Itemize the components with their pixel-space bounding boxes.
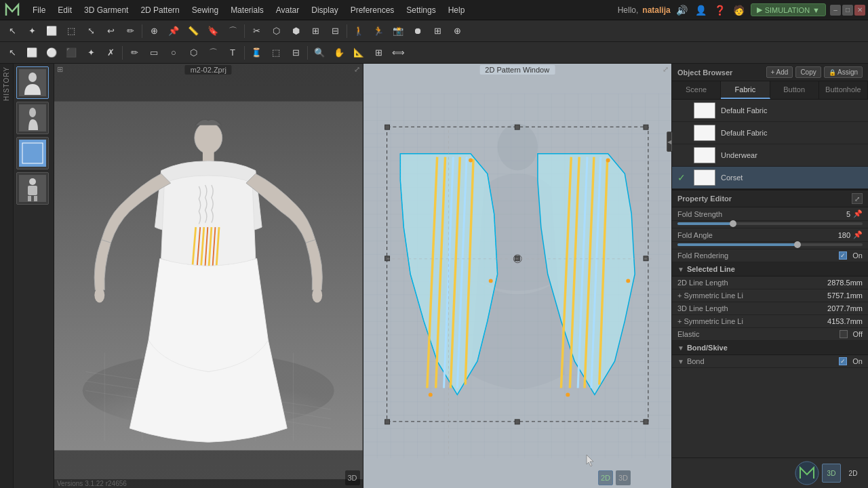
tb2-measure2[interactable]: 📐 [349, 43, 368, 62]
tb-select[interactable]: ↖ [3, 22, 22, 41]
tb-walk[interactable]: 🚶 [349, 22, 368, 41]
tb2-curve2[interactable]: ⌒ [203, 43, 222, 62]
fabric-item-1[interactable]: Default Fabric [672, 100, 868, 122]
fabric-item-4[interactable]: ✓ Corset [672, 167, 868, 189]
tb2-add-node[interactable]: ✦ [81, 43, 100, 62]
maximize-button[interactable]: □ [842, 5, 853, 16]
tb-pin[interactable]: 📌 [164, 22, 183, 41]
menu-materials[interactable]: Materials [225, 4, 269, 16]
tb-rect[interactable]: ⬜ [42, 22, 61, 41]
tb-run[interactable]: 🏃 [369, 22, 388, 41]
prop-editor-expand[interactable]: ⤢ [852, 193, 863, 204]
tb-stitch[interactable]: ⬢ [286, 22, 305, 41]
expand-2d-icon[interactable]: ⤢ [663, 65, 669, 74]
thumb-person[interactable] [16, 172, 49, 205]
menu-edit[interactable]: Edit [52, 4, 77, 16]
menu-preferences[interactable]: Preferences [345, 4, 400, 16]
bottom-2d-btn[interactable]: 2D [844, 464, 863, 483]
account-icon[interactable]: 🧑 [732, 3, 747, 18]
tb2-grid2[interactable]: ⊞ [369, 43, 388, 62]
tb2-lasso[interactable]: ⚪ [42, 43, 61, 62]
fold-angle-value[interactable]: 180 [810, 231, 850, 239]
tb2-rect2[interactable]: ▭ [144, 43, 163, 62]
line-3d-label: 3D Line Length [677, 304, 822, 312]
tb-record[interactable]: ⏺ [408, 22, 427, 41]
thumb-side[interactable] [16, 102, 49, 134]
fold-angle-slider[interactable] [677, 243, 863, 246]
minimize-button[interactable]: – [830, 5, 841, 16]
menu-file[interactable]: File [27, 4, 51, 16]
bottom-3d-btn[interactable]: 3D [822, 464, 841, 483]
tb2-circle[interactable]: ○ [164, 43, 183, 62]
tb2-box[interactable]: ⬜ [22, 43, 41, 62]
assign-button[interactable]: 🔒 Assign [824, 66, 863, 78]
menu-settings[interactable]: Settings [401, 4, 441, 16]
tb-curve[interactable]: ⌒ [223, 22, 242, 41]
bond-checkbox[interactable]: ✓ [839, 357, 847, 365]
tb-measure[interactable]: 📏 [184, 22, 203, 41]
tb-grid[interactable]: ⊞ [428, 22, 447, 41]
fold-angle-pin[interactable]: 📌 [853, 230, 863, 239]
tb2-seam[interactable]: ⊟ [286, 43, 305, 62]
3d-icon[interactable]: 3D [345, 470, 360, 485]
add-button[interactable]: + Add [766, 66, 793, 78]
tb-add[interactable]: ✦ [22, 22, 41, 41]
menu-3d-garment[interactable]: 3D Garment [79, 4, 134, 16]
menu-display[interactable]: Display [306, 4, 343, 16]
tb-weld[interactable]: ⊞ [306, 22, 325, 41]
fold-strength-value[interactable]: 5 [810, 210, 850, 218]
menu-help[interactable]: Help [443, 4, 471, 16]
fabric-item-3[interactable]: Underwear [672, 144, 868, 167]
tb2-poly[interactable]: ⬡ [184, 43, 203, 62]
tb-fold[interactable]: ⬡ [267, 22, 285, 41]
tb-bone[interactable]: ⊕ [144, 22, 163, 41]
tab-button[interactable]: Button [770, 81, 819, 99]
panel-expand-arrow[interactable]: ◀ [667, 131, 672, 152]
fold-angle-thumb[interactable] [794, 241, 801, 248]
user-icon[interactable]: 👤 [694, 3, 709, 18]
tb2-sew[interactable]: 🧵 [247, 43, 266, 62]
tb-move[interactable]: ⬚ [62, 22, 81, 41]
menu-avatar[interactable]: Avatar [271, 4, 304, 16]
menu-2d-pattern[interactable]: 2D Pattern [135, 4, 184, 16]
tb2-select[interactable]: ↖ [3, 43, 22, 62]
fold-strength-pin[interactable]: 📌 [853, 209, 863, 218]
thumb-front[interactable] [16, 66, 49, 99]
tb-axes[interactable]: ⊕ [448, 22, 467, 41]
fabric-item-2[interactable]: Default Fabric [672, 122, 868, 144]
fold-strength-thumb[interactable] [730, 220, 736, 227]
tab-fabric[interactable]: Fabric [721, 81, 770, 99]
tab-buttonhole[interactable]: Buttonhole [819, 81, 868, 99]
fold-rendering-checkbox[interactable]: ✓ [839, 251, 847, 260]
fold-strength-slider[interactable] [677, 222, 863, 225]
thumb-fabric[interactable] [16, 137, 49, 169]
tab-scene[interactable]: Scene [672, 81, 721, 99]
tb-annotation[interactable]: 🔖 [203, 22, 222, 41]
simulation-button[interactable]: ▶ SIMULATION ▼ [751, 3, 826, 16]
menu-sewing[interactable]: Sewing [186, 4, 224, 16]
tb-cut[interactable]: ✂ [247, 22, 266, 41]
tb2-text[interactable]: T [223, 43, 242, 62]
close-button[interactable]: ✕ [854, 5, 865, 16]
speaker-icon[interactable]: 🔊 [675, 3, 690, 18]
tb-rotate[interactable]: ↩ [101, 22, 120, 41]
tb2-del-node[interactable]: ✗ [101, 43, 120, 62]
tb2-draw[interactable]: ✏ [125, 43, 144, 62]
expand-3d-icon[interactable]: ⤢ [354, 65, 360, 74]
bond-skive-section[interactable]: ▼ Bond/Skive [672, 341, 868, 355]
elastic-checkbox[interactable] [840, 330, 848, 338]
tb-pen[interactable]: ✏ [121, 22, 140, 41]
tb-scale[interactable]: ⤡ [81, 22, 100, 41]
tb-snap[interactable]: 📸 [389, 22, 408, 41]
tb2-internal[interactable]: ⬚ [267, 43, 285, 62]
tb2-sym[interactable]: ⟺ [389, 43, 408, 62]
2d-icon[interactable]: 2D [598, 470, 613, 485]
tb-sim2[interactable]: ⊟ [326, 22, 344, 41]
3d-icon-2[interactable]: 3D [616, 470, 631, 485]
tb2-node[interactable]: ⬛ [62, 43, 81, 62]
tb2-pan[interactable]: ✋ [330, 43, 349, 62]
tb2-zoom[interactable]: 🔍 [310, 43, 329, 62]
selected-line-section[interactable]: ▼ Selected Line [672, 262, 868, 277]
copy-button[interactable]: Copy [795, 66, 821, 78]
help-icon[interactable]: ❓ [713, 3, 728, 18]
